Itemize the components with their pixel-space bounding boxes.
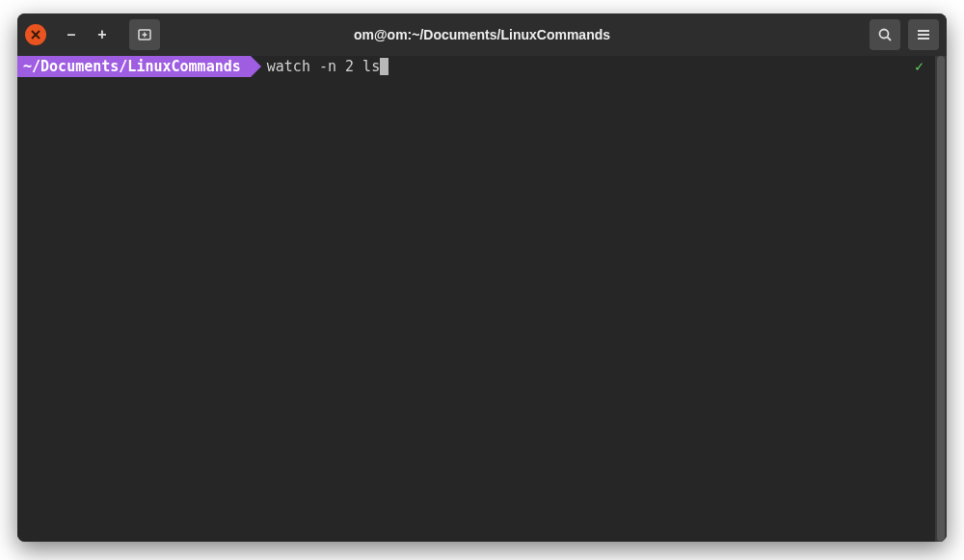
minimize-button[interactable]: – [58,21,85,48]
status-ok-icon: ✓ [915,58,924,75]
close-button[interactable] [25,24,46,45]
svg-line-6 [888,38,892,41]
prompt-path: ~/Documents/LinuxCommands [17,56,251,77]
svg-point-5 [880,30,889,39]
maximize-icon: + [97,26,106,43]
terminal-body[interactable]: ~/Documents/LinuxCommands watch -n 2 ls … [17,56,947,542]
command-input[interactable]: watch -n 2 ls [261,56,380,77]
prompt-line: ~/Documents/LinuxCommands watch -n 2 ls [17,56,935,77]
minimize-icon: – [67,26,76,43]
scrollbar[interactable] [935,56,947,542]
search-button[interactable] [870,19,900,50]
titlebar-right [870,19,939,50]
titlebar: – + om@om:~/Documents/LinuxCommands [17,13,947,56]
window-controls: – + [25,19,160,50]
scrollbar-thumb[interactable] [937,56,945,542]
menu-button[interactable] [908,19,939,50]
hamburger-icon [916,27,931,42]
close-icon [31,30,40,40]
cursor-icon [380,58,388,75]
prompt-separator-icon [251,56,261,77]
terminal-window: – + om@om:~/Documents/LinuxCommands [17,13,947,542]
terminal-content[interactable]: ~/Documents/LinuxCommands watch -n 2 ls … [17,56,935,542]
search-icon [877,27,893,42]
maximize-button[interactable]: + [89,21,116,48]
new-tab-button[interactable] [129,19,160,50]
new-tab-icon [137,27,152,42]
